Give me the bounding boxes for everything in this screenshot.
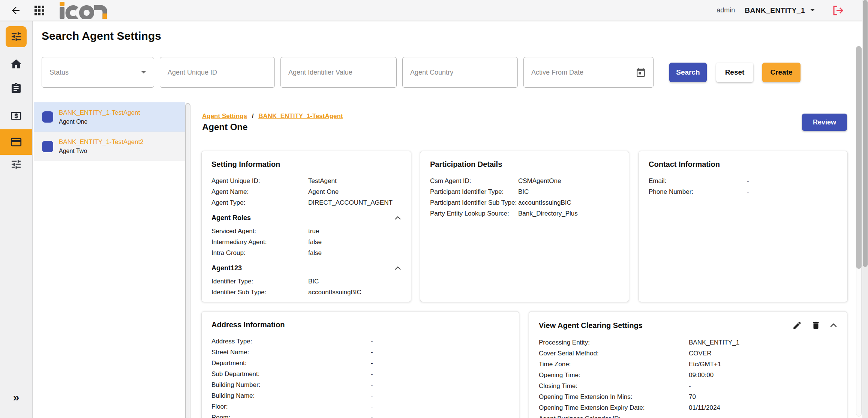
create-button[interactable]: Create [762, 63, 801, 82]
field-row: Cover Serial Method: COVER [539, 348, 837, 359]
entity-selector[interactable]: BANK_ENTITY_1 [745, 6, 816, 15]
collapse-chevron-up-icon[interactable] [830, 323, 837, 328]
delete-button[interactable] [811, 321, 821, 330]
page-scrollbar-thumb[interactable] [863, 0, 868, 267]
apps-grid-button[interactable] [33, 4, 45, 16]
filter-buttons: Search Reset Create [669, 63, 801, 82]
field-label: Opening Time: [539, 370, 689, 381]
agent-unique-id-input[interactable] [168, 69, 267, 76]
field-label: Sub Department: [211, 369, 371, 379]
sidebar-item-home[interactable] [0, 57, 32, 71]
field-value: accountIssuingBIC [518, 197, 619, 208]
clearing-rows: Processing Entity: BANK_ENTITY_1 Cover S… [539, 337, 837, 418]
field-row: Sub Department: - [211, 369, 509, 379]
field-value: false [308, 237, 401, 247]
field-row: Email: - [649, 175, 838, 186]
reset-button[interactable]: Reset [716, 63, 753, 82]
active-from-date-field-wrap [523, 57, 654, 88]
agent-bullet-icon [42, 141, 53, 152]
field-row: Agent Name: Agent One [211, 186, 401, 197]
dollar-box-icon [10, 110, 22, 122]
field-row: Department: - [211, 358, 509, 369]
logout-button[interactable] [832, 4, 845, 16]
sidebar-item-tasks[interactable] [0, 82, 32, 95]
collapse-chevron-up-icon[interactable] [394, 216, 401, 220]
field-row: Participant Identifier Type: BIC [430, 186, 619, 197]
field-label: Agent Business Calendar ID: [539, 413, 689, 418]
card-title: View Agent Clearing Settings [539, 321, 643, 330]
breadcrumb-separator: / [252, 112, 254, 120]
field-value: - [371, 379, 509, 390]
back-button[interactable] [9, 4, 22, 17]
main-area: Search Agent Settings Status [34, 21, 868, 418]
search-button[interactable]: Search [669, 63, 707, 82]
contact-information-card: Contact Information Email: - Phone Numbe… [639, 151, 848, 302]
content-scrollbar-thumb[interactable] [856, 46, 862, 269]
field-label: Phone Number: [649, 186, 747, 197]
field-value: BIC [518, 186, 619, 197]
user-role-label: admin [717, 6, 735, 14]
content-scrollbar[interactable] [856, 46, 862, 417]
field-label: Serviced Agent: [211, 226, 308, 237]
agent-list-scrollbar[interactable] [185, 103, 190, 418]
field-label: Csm Agent ID: [430, 175, 518, 186]
field-row: Agent Unique ID: TestAgent [211, 175, 401, 186]
agent-country-input[interactable] [410, 69, 510, 76]
breadcrumb-agent-settings-link[interactable]: Agent Settings [202, 112, 247, 120]
tune-icon [10, 31, 22, 43]
agent-id-label: BANK_ENTITY_1-TestAgent2 [59, 138, 144, 146]
agent-roles-section-header: Agent Roles [211, 214, 401, 222]
field-value: - [371, 336, 509, 347]
review-button[interactable]: Review [802, 114, 847, 131]
agent123-rows: Identifier Type: BIC Identifier Sub Type… [211, 276, 401, 298]
address-rows: Address Type: - Street Name: - Departmen… [211, 336, 509, 418]
chevron-down-icon [810, 9, 816, 12]
agent-identifier-value-input[interactable] [288, 69, 389, 76]
sidebar-expand-button[interactable]: » [0, 391, 32, 404]
status-select-value: Status [49, 69, 69, 76]
field-value: - [371, 401, 509, 412]
section-title: Agent123 [211, 264, 242, 272]
breadcrumb-current-link[interactable]: BANK_ENTITY_1-TestAgent [258, 112, 343, 120]
agent-identifier-value-field-wrap [280, 57, 397, 88]
field-label: Opening Time Extension Expiry Date: [539, 402, 689, 413]
field-row: Intermediary Agent: false [211, 237, 401, 247]
field-label: Agent Unique ID: [211, 175, 308, 186]
field-value: TestAgent [308, 175, 401, 186]
agent-detail-title: Agent One [202, 122, 247, 132]
active-from-date-input[interactable] [531, 69, 636, 76]
field-label: Identifier Type: [211, 276, 308, 287]
field-row: Participant Identifier Sub Type: account… [430, 197, 619, 208]
field-value: BIC [308, 276, 401, 287]
agent-list-item-1[interactable]: BANK_ENTITY_1-TestAgent Agent One [34, 102, 185, 132]
apps-grid-icon [34, 5, 45, 16]
field-value: 70 [689, 391, 837, 402]
calendar-icon[interactable] [636, 67, 646, 77]
field-row: Time Zone: Etc/GMT+1 [539, 359, 837, 370]
field-label: Address Type: [211, 336, 371, 347]
field-row: Identifier Sub Type: accountIssuingBIC [211, 287, 401, 298]
agent-country-field-wrap [402, 57, 518, 88]
card-title: Participation Details [430, 160, 619, 169]
status-select[interactable]: Status [42, 57, 154, 88]
sidebar-item-agent-settings[interactable] [6, 26, 27, 47]
field-value: - [689, 413, 837, 418]
participation-rows: Csm Agent ID: CSMAgentOne Participant Id… [430, 175, 619, 219]
field-label: Party Entity Lookup Source: [430, 208, 518, 219]
sidebar-item-preferences[interactable] [0, 157, 32, 171]
field-row: Identifier Type: BIC [211, 276, 401, 287]
field-value: - [371, 347, 509, 358]
agent-unique-id-field-wrap [160, 57, 275, 88]
field-value: COVER [689, 348, 837, 359]
agent-list-item-2[interactable]: BANK_ENTITY_1-TestAgent2 Agent Two [34, 132, 185, 161]
sidebar-item-accounts-active[interactable] [0, 129, 32, 155]
edit-button[interactable] [792, 321, 802, 330]
field-value: - [371, 390, 509, 401]
collapse-chevron-up-icon[interactable] [394, 266, 401, 270]
card-title: Contact Information [649, 160, 838, 169]
breadcrumb: Agent Settings / BANK_ENTITY_1-TestAgent [202, 112, 343, 120]
field-value: - [689, 381, 837, 391]
trash-icon [811, 321, 821, 330]
page-scrollbar[interactable] [862, 0, 868, 418]
sidebar-item-payments[interactable] [0, 109, 32, 123]
